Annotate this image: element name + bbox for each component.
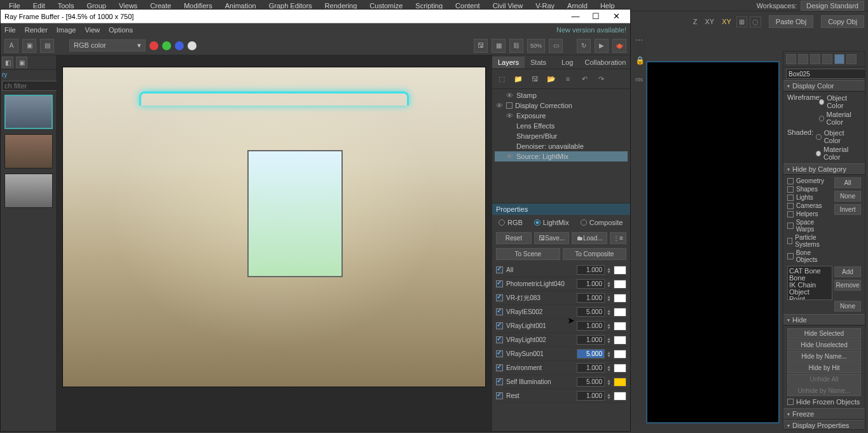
hide-btn-0[interactable]: Hide Selected bbox=[787, 328, 861, 339]
menu-arnold[interactable]: Arnold bbox=[561, 2, 594, 10]
checkbox-icon[interactable] bbox=[506, 102, 513, 109]
tree-item-display-correction[interactable]: 👁Display Correction bbox=[495, 100, 628, 111]
workspace-dropdown[interactable]: Design Standard bbox=[801, 1, 864, 11]
wireframe-object-color[interactable]: Object Color bbox=[819, 93, 861, 110]
hidecat-lights[interactable]: Lights bbox=[787, 193, 832, 202]
menu-views[interactable]: Views bbox=[113, 2, 144, 10]
tab-stats[interactable]: Stats bbox=[525, 57, 552, 68]
light-color-swatch[interactable] bbox=[614, 378, 626, 387]
layer-undo-icon[interactable]: ↶ bbox=[579, 73, 590, 85]
light-multiplier-input[interactable]: 5.000 bbox=[577, 377, 605, 387]
alpha-channel-icon[interactable] bbox=[188, 41, 196, 50]
tool-icon-a[interactable]: A bbox=[4, 39, 18, 53]
copy-obj-button[interactable]: Copy Obj bbox=[821, 15, 864, 28]
vfb-viewport[interactable] bbox=[57, 55, 492, 431]
axis-xy-local[interactable]: XY bbox=[719, 17, 734, 27]
object-name-input[interactable] bbox=[786, 69, 865, 79]
light-color-swatch[interactable] bbox=[614, 322, 626, 331]
light-multiplier-input[interactable]: 5.000 bbox=[577, 349, 605, 359]
display-color-rollout[interactable]: Display Color bbox=[783, 80, 865, 92]
load-lightmix-button[interactable]: 🖿Load... bbox=[572, 232, 607, 244]
dots-icon[interactable]: ⋯ bbox=[635, 36, 644, 45]
hidecat-particle-systems[interactable]: Particle Systems bbox=[787, 233, 832, 249]
display-properties-rollout[interactable]: Display Properties bbox=[783, 420, 865, 430]
channel-dropdown[interactable]: RGB color▾ bbox=[69, 39, 146, 52]
menu-edit[interactable]: Edit bbox=[27, 2, 52, 10]
tree-item-denoiser--unavailable[interactable]: Denoiser: unavailable bbox=[495, 141, 628, 151]
clear-icon[interactable]: ▦ bbox=[492, 39, 506, 53]
spinner-icon[interactable]: ▲▼ bbox=[607, 309, 612, 315]
tab-log[interactable]: Log bbox=[556, 57, 579, 68]
hist-icon-1[interactable]: ◧ bbox=[2, 57, 13, 68]
maximize-button[interactable]: ☐ bbox=[586, 11, 606, 21]
minimize-button[interactable]: — bbox=[565, 11, 586, 21]
layer-redo-icon[interactable]: ↷ bbox=[595, 73, 607, 85]
tree-item-source--lightmix[interactable]: 👁Source: LightMix bbox=[495, 151, 628, 162]
hide-btn-5[interactable]: Unhide by Name... bbox=[787, 385, 861, 396]
menu-content[interactable]: Content bbox=[449, 2, 486, 10]
mode-lightmix[interactable]: LightMix bbox=[534, 219, 569, 226]
layer-add-icon[interactable]: ⬚ bbox=[496, 73, 507, 85]
shaded-object-color[interactable]: Object Color bbox=[816, 128, 861, 145]
tree-item-lens-effects[interactable]: Lens Effects bbox=[495, 121, 628, 131]
hierarchy-tab-icon[interactable] bbox=[810, 54, 820, 64]
light-multiplier-input[interactable]: 1.000 bbox=[577, 265, 605, 275]
mode-composite[interactable]: Composite bbox=[581, 219, 623, 226]
layer-list-icon[interactable]: ≡ bbox=[562, 73, 574, 85]
spinner-icon[interactable]: ▲▼ bbox=[607, 351, 612, 357]
light-multiplier-input[interactable]: 1.000 bbox=[577, 335, 605, 345]
light-enable-checkbox[interactable] bbox=[496, 294, 503, 301]
hide-rollout[interactable]: Hide bbox=[783, 314, 865, 326]
light-enable-checkbox[interactable] bbox=[496, 308, 503, 315]
light-color-swatch[interactable] bbox=[614, 280, 626, 289]
vfb-menu-render[interactable]: Render bbox=[25, 26, 48, 34]
spinner-icon[interactable]: ▲▼ bbox=[607, 295, 612, 301]
create-tab-icon[interactable] bbox=[786, 54, 796, 64]
hide-category-rollout[interactable]: Hide by Category bbox=[783, 163, 865, 175]
hide-frozen-checkbox[interactable]: Hide Frozen Objects bbox=[787, 397, 861, 406]
tab-collaboration[interactable]: Collaboration bbox=[579, 57, 631, 68]
reset-button[interactable]: Reset bbox=[496, 232, 532, 244]
list-item[interactable]: IK Chain Object bbox=[789, 282, 830, 296]
light-color-swatch[interactable] bbox=[614, 350, 626, 359]
hidecat-cameras[interactable]: Cameras bbox=[787, 202, 832, 210]
hidecat-none-button[interactable]: None bbox=[834, 191, 861, 202]
visibility-eye-icon[interactable]: 👁 bbox=[506, 153, 514, 160]
visibility-eye-icon[interactable]: 👁 bbox=[506, 92, 514, 99]
layer-save-icon[interactable]: 🖫 bbox=[529, 73, 541, 85]
menu-modifiers[interactable]: Modifiers bbox=[177, 2, 219, 10]
render-last-icon[interactable]: ↻ bbox=[577, 39, 591, 53]
hidecat-invert-button[interactable]: Invert bbox=[834, 204, 861, 215]
close-button[interactable]: ✕ bbox=[606, 11, 626, 21]
layer-load-icon[interactable]: 📂 bbox=[546, 73, 557, 85]
save-lightmix-button[interactable]: 🖫Save... bbox=[534, 232, 570, 244]
options-button[interactable]: ⋮≡ bbox=[610, 232, 626, 244]
hidecat-none2-button[interactable]: None bbox=[834, 301, 861, 312]
snap-icon-2[interactable]: ◌ bbox=[750, 17, 761, 27]
teapot-icon[interactable]: 🫖 bbox=[612, 39, 626, 53]
menu-civil-view[interactable]: Civil View bbox=[486, 2, 529, 10]
mode-rgb[interactable]: RGB bbox=[499, 219, 523, 226]
spinner-icon[interactable]: ▲▼ bbox=[607, 267, 612, 273]
menu-graph-editors[interactable]: Graph Editors bbox=[263, 2, 319, 10]
new-version-link[interactable]: New version available! bbox=[556, 26, 626, 34]
light-color-swatch[interactable] bbox=[614, 294, 626, 303]
menu-animation[interactable]: Animation bbox=[219, 2, 263, 10]
axis-z[interactable]: Z bbox=[691, 17, 700, 27]
hidecat-geometry[interactable]: Geometry bbox=[787, 177, 832, 185]
light-color-swatch[interactable] bbox=[614, 364, 626, 373]
spinner-icon[interactable]: ▲▼ bbox=[607, 337, 612, 343]
light-color-swatch[interactable] bbox=[614, 336, 626, 345]
vfb-menu-options[interactable]: Options bbox=[109, 26, 133, 34]
hidecat-all-button[interactable]: All bbox=[834, 177, 861, 188]
light-multiplier-input[interactable]: 1.000 bbox=[577, 279, 605, 289]
menu-customize[interactable]: Customize bbox=[363, 2, 409, 10]
hide-btn-4[interactable]: Unhide All bbox=[787, 374, 861, 385]
history-thumb-1[interactable] bbox=[4, 95, 53, 129]
vfb-menu-view[interactable]: View bbox=[85, 26, 100, 34]
light-enable-checkbox[interactable] bbox=[496, 350, 503, 357]
max-viewport[interactable] bbox=[646, 61, 780, 423]
wireframe-material-color[interactable]: Material Color bbox=[819, 110, 861, 127]
light-color-swatch[interactable] bbox=[614, 392, 626, 401]
menu-v-ray[interactable]: V-Ray bbox=[529, 2, 561, 10]
